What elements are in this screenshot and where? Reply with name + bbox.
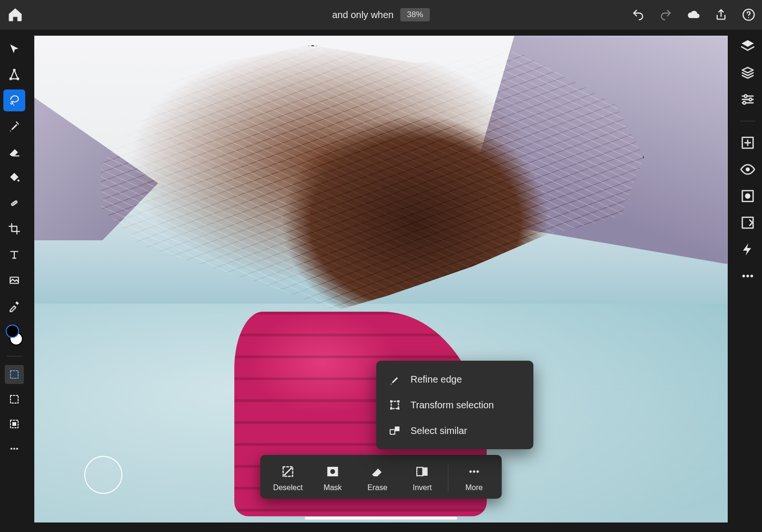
canvas[interactable] — [34, 36, 728, 522]
share-button[interactable] — [714, 8, 728, 21]
cloud-sync-icon[interactable] — [687, 8, 700, 21]
transform-tool[interactable] — [3, 64, 25, 86]
transform-selection-label: Transform selection — [411, 400, 494, 411]
brush-cursor-preview — [84, 456, 122, 494]
selection-subtools — [5, 365, 24, 458]
select-similar-label: Select similar — [411, 425, 467, 436]
svg-rect-42 — [390, 430, 395, 434]
marquee-dashed-tool[interactable] — [5, 390, 24, 409]
layer-properties-button[interactable] — [740, 65, 756, 81]
type-tool[interactable] — [3, 244, 25, 266]
fill-tool[interactable] — [3, 167, 25, 188]
move-tool[interactable] — [3, 38, 25, 60]
mask-button[interactable] — [740, 188, 756, 204]
crop-tool[interactable] — [3, 218, 25, 240]
help-button[interactable] — [742, 8, 755, 21]
svg-rect-14 — [12, 422, 16, 426]
mask-label: Mask — [323, 483, 341, 492]
toolbar-divider — [7, 356, 22, 356]
svg-point-5 — [18, 179, 20, 181]
canvas-image — [34, 36, 728, 522]
svg-point-34 — [470, 471, 472, 473]
svg-point-15 — [10, 448, 12, 450]
more-right-button[interactable] — [740, 268, 756, 284]
more-action-button[interactable]: More — [452, 462, 496, 495]
svg-rect-33 — [423, 467, 428, 476]
svg-rect-11 — [10, 371, 18, 378]
undo-button[interactable] — [632, 8, 645, 21]
svg-point-36 — [477, 471, 479, 473]
svg-point-18 — [744, 95, 747, 98]
zoom-level[interactable]: 38% — [400, 8, 430, 21]
transform-selection-item[interactable]: Transform selection — [376, 392, 533, 418]
top-bar: and only when 38% — [0, 0, 762, 30]
layers-panel-button[interactable] — [740, 38, 756, 54]
color-swatches[interactable] — [5, 325, 24, 345]
more-tools-button[interactable] — [5, 439, 24, 458]
home-indicator — [305, 517, 457, 520]
svg-rect-43 — [395, 426, 400, 431]
svg-point-35 — [473, 471, 475, 473]
deselect-button[interactable]: Deselect — [266, 462, 310, 495]
visibility-button[interactable] — [740, 161, 756, 177]
svg-point-19 — [749, 98, 752, 101]
svg-point-20 — [743, 101, 746, 104]
svg-rect-37 — [391, 401, 398, 408]
svg-point-26 — [742, 275, 745, 277]
svg-point-7 — [12, 204, 13, 205]
flip-button[interactable] — [740, 215, 756, 231]
refine-edge-label: Refine edge — [411, 374, 462, 385]
svg-point-1 — [748, 17, 749, 18]
left-toolbar — [0, 30, 29, 532]
foreground-color[interactable] — [6, 325, 19, 338]
brush-tool[interactable] — [3, 115, 25, 137]
svg-point-24 — [745, 193, 750, 198]
svg-point-22 — [746, 167, 750, 172]
svg-point-9 — [15, 202, 16, 203]
svg-rect-39 — [397, 400, 399, 402]
svg-point-27 — [746, 275, 749, 277]
marquee-rect-tool[interactable] — [5, 365, 24, 384]
marquee-full-tool[interactable] — [5, 414, 24, 433]
svg-rect-32 — [417, 467, 423, 476]
svg-point-8 — [14, 203, 15, 204]
selection-bar-divider — [448, 464, 449, 492]
adjustments-button[interactable] — [740, 91, 756, 108]
svg-rect-12 — [10, 395, 18, 403]
svg-rect-38 — [390, 400, 392, 402]
svg-rect-41 — [397, 407, 399, 409]
svg-point-16 — [13, 448, 15, 450]
eraser-tool[interactable] — [3, 141, 25, 163]
invert-action-button[interactable]: Invert — [401, 462, 444, 495]
svg-rect-40 — [390, 407, 392, 409]
lasso-tool[interactable] — [3, 89, 25, 111]
select-similar-item[interactable]: Select similar — [376, 418, 533, 443]
add-layer-button[interactable] — [740, 135, 756, 151]
more-popover: Refine edge Transform selection Select s… — [376, 361, 533, 449]
healing-tool[interactable] — [3, 192, 25, 214]
deselect-label: Deselect — [273, 483, 302, 492]
effects-button[interactable] — [740, 241, 756, 257]
home-button[interactable] — [7, 6, 24, 23]
right-divider — [740, 121, 755, 121]
more-label: More — [465, 483, 482, 492]
svg-point-28 — [751, 275, 753, 277]
redo-button[interactable] — [659, 8, 672, 21]
document-title: and only when — [332, 10, 393, 20]
eyedropper-tool[interactable] — [3, 295, 25, 317]
erase-label: Erase — [368, 483, 388, 492]
refine-edge-item[interactable]: Refine edge — [376, 366, 533, 392]
selection-action-bar: Deselect Mask Erase Invert More — [261, 455, 502, 499]
place-image-tool[interactable] — [3, 269, 25, 291]
svg-point-31 — [331, 469, 335, 474]
right-toolbar — [733, 30, 762, 532]
erase-action-button[interactable]: Erase — [356, 462, 400, 495]
invert-label: Invert — [412, 483, 431, 492]
mask-action-button[interactable]: Mask — [311, 462, 355, 495]
svg-point-17 — [16, 448, 18, 450]
